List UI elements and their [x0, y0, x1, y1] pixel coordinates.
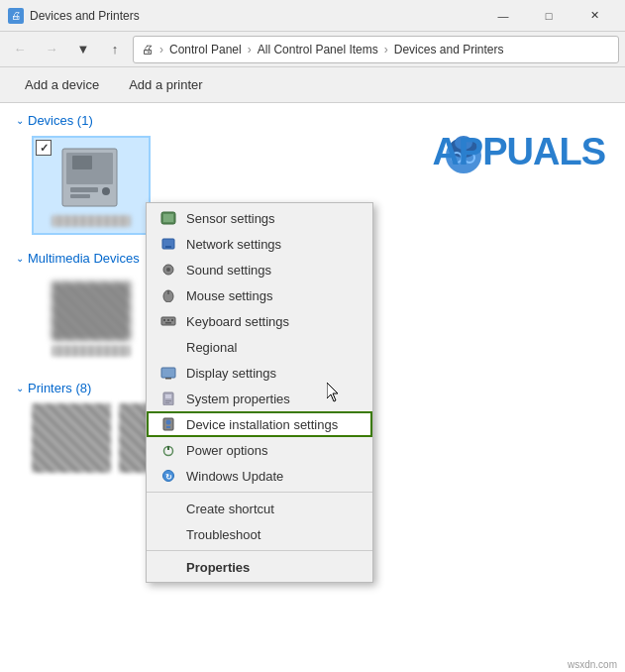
svg-point-17: [166, 268, 170, 272]
menu-system-properties[interactable]: System properties: [147, 386, 372, 411]
system-properties-label: System properties: [186, 392, 290, 406]
svg-rect-13: [163, 214, 173, 222]
menu-properties[interactable]: Properties: [147, 554, 372, 580]
svg-rect-29: [165, 400, 171, 401]
menu-device-installation[interactable]: Device installation settings: [147, 411, 372, 437]
menu-divider-1: [147, 492, 372, 493]
add-printer-button[interactable]: Add a printer: [116, 72, 215, 97]
multimedia-icon: [52, 281, 131, 341]
breadcrumb-current[interactable]: Devices and Printers: [394, 43, 504, 56]
regional-icon: [158, 339, 178, 355]
maximize-button[interactable]: □: [526, 0, 572, 32]
network-settings-label: Network settings: [186, 237, 281, 252]
menu-windows-update[interactable]: ↻ Windows Update: [147, 463, 372, 489]
toolbar: Add a device Add a printer: [0, 67, 625, 103]
device-install-icon: [158, 416, 178, 432]
title-bar: 🖨 Devices and Printers — □ ✕: [0, 0, 625, 32]
device-checkbox: ✓: [36, 140, 52, 156]
troubleshoot-label: Troubleshoot: [186, 527, 260, 542]
svg-rect-3: [70, 194, 90, 198]
svg-rect-2: [70, 187, 98, 192]
wsxdn-watermark: wsxdn.com: [568, 659, 617, 670]
minimize-button[interactable]: —: [480, 0, 526, 32]
menu-regional[interactable]: Regional: [147, 334, 372, 360]
devices-chevron: ⌄: [16, 115, 24, 126]
devices-label: Devices (1): [28, 113, 93, 128]
device-installation-label: Device installation settings: [186, 417, 338, 432]
add-device-button[interactable]: Add a device: [12, 72, 112, 97]
mouse-icon: [158, 287, 178, 303]
main-content: ⌄ Devices (1) ✓: [0, 103, 625, 672]
svg-point-33: [166, 420, 171, 425]
menu-power-options[interactable]: Power options: [147, 437, 372, 463]
create-shortcut-label: Create shortcut: [186, 502, 274, 516]
properties-icon: [158, 559, 178, 575]
power-options-label: Power options: [186, 443, 267, 458]
svg-rect-30: [165, 402, 169, 403]
svg-rect-32: [166, 426, 170, 428]
svg-rect-21: [163, 319, 165, 321]
svg-rect-24: [165, 322, 171, 324]
power-icon: [158, 442, 178, 458]
svg-rect-23: [171, 319, 173, 321]
mouse-settings-label: Mouse settings: [186, 288, 272, 303]
svg-rect-15: [165, 246, 171, 248]
breadcrumb-all[interactable]: All Control Panel Items: [258, 43, 378, 56]
sensor-icon: [158, 210, 178, 226]
menu-troubleshoot[interactable]: Troubleshoot: [147, 521, 372, 547]
menu-sensor-settings[interactable]: Sensor settings: [147, 205, 372, 231]
svg-rect-28: [165, 394, 171, 398]
computer-device-item[interactable]: ✓: [32, 136, 151, 235]
menu-mouse-settings[interactable]: Mouse settings: [147, 282, 372, 308]
title-icon: 🖨: [8, 8, 24, 24]
content-area: ⌄ Devices (1) ✓: [0, 103, 625, 672]
menu-keyboard-settings[interactable]: Keyboard settings: [147, 308, 372, 334]
shortcut-icon: [158, 501, 178, 516]
address-bar-area: ← → ▼ ↑ 🖨 › Control Panel › All Control …: [0, 32, 625, 67]
network-icon: [158, 236, 178, 252]
menu-display-settings[interactable]: Display settings: [147, 360, 372, 386]
printers-chevron: ⌄: [16, 383, 24, 393]
svg-rect-27: [163, 392, 173, 405]
svg-rect-26: [165, 378, 171, 380]
menu-divider-2: [147, 550, 372, 551]
keyboard-icon: [158, 313, 178, 329]
menu-network-settings[interactable]: Network settings: [147, 231, 372, 257]
address-bar[interactable]: 🖨 › Control Panel › All Control Panel It…: [133, 36, 619, 63]
svg-rect-25: [161, 368, 175, 378]
troubleshoot-icon: [158, 526, 178, 542]
windows-update-icon: ↻: [158, 468, 178, 484]
multimedia-label: Multimedia Devices: [28, 251, 140, 266]
title-text: Devices and Printers: [30, 9, 140, 23]
computer-icon: [52, 144, 130, 211]
forward-button[interactable]: →: [38, 36, 65, 63]
display-settings-label: Display settings: [186, 366, 276, 381]
properties-label: Properties: [186, 560, 250, 575]
multimedia-chevron: ⌄: [16, 253, 24, 264]
breadcrumb-cp[interactable]: Control Panel: [169, 43, 242, 56]
windows-update-label: Windows Update: [186, 469, 283, 484]
svg-text:↻: ↻: [165, 473, 172, 482]
svg-rect-5: [72, 156, 92, 169]
breadcrumb-icon: 🖨: [142, 43, 154, 56]
appuals-logo: APPUALS: [432, 131, 605, 173]
regional-label: Regional: [186, 340, 237, 355]
printers-label: Printers (8): [28, 381, 91, 395]
svg-point-4: [102, 187, 110, 195]
close-button[interactable]: ✕: [572, 0, 617, 32]
up-button[interactable]: ↑: [101, 36, 129, 63]
context-menu: Sensor settings Network settings Sound s…: [146, 202, 373, 583]
system-icon: [158, 391, 178, 406]
multimedia-item[interactable]: [32, 274, 151, 365]
appuals-text: APPUALS: [432, 131, 605, 172]
back-button[interactable]: ←: [6, 36, 34, 63]
sound-icon: [158, 262, 178, 278]
recent-button[interactable]: ▼: [69, 36, 97, 63]
sound-settings-label: Sound settings: [186, 263, 271, 278]
menu-sound-settings[interactable]: Sound settings: [147, 257, 372, 282]
window-controls: — □ ✕: [480, 0, 617, 32]
menu-create-shortcut[interactable]: Create shortcut: [147, 496, 372, 521]
devices-section-header[interactable]: ⌄ Devices (1): [16, 113, 609, 128]
printer-item-1[interactable]: [32, 403, 111, 473]
multimedia-name: [52, 345, 131, 357]
